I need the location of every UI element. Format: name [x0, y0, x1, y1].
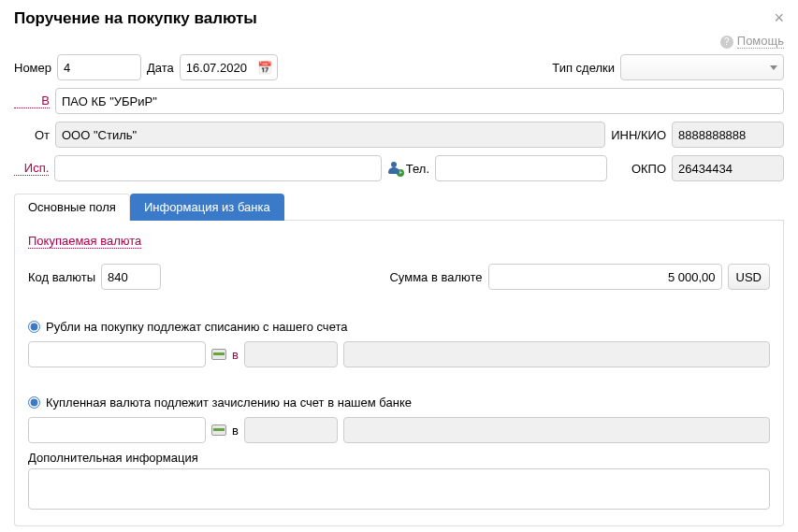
label-bank-to[interactable]: В: [14, 93, 50, 108]
close-icon[interactable]: ×: [774, 9, 784, 26]
input-amount[interactable]: [488, 264, 722, 290]
help-label: Помощь: [737, 34, 784, 49]
input-rub-bank: [343, 341, 770, 367]
input-number[interactable]: [57, 54, 141, 80]
section-currency-title[interactable]: Покупаемая валюта: [28, 234, 141, 249]
radio-credit-input[interactable]: [28, 396, 40, 409]
select-deal-type[interactable]: [620, 54, 784, 80]
label-deal-type: Тип сделки: [552, 61, 615, 75]
label-amount: Сумма в валюте: [389, 270, 482, 284]
help-link[interactable]: ?Помощь: [720, 34, 784, 48]
input-rub-bik: [244, 341, 338, 367]
input-okpo: [672, 155, 784, 181]
label-from: От: [14, 128, 50, 142]
textarea-extra-info[interactable]: [28, 468, 770, 510]
chevron-down-icon: [770, 65, 777, 70]
input-date[interactable]: [180, 54, 278, 80]
label-extra-info: Дополнительная информация: [28, 451, 770, 465]
input-isp[interactable]: [54, 155, 382, 181]
label-v-2: в: [232, 424, 239, 438]
label-currency-code: Код валюты: [28, 270, 95, 284]
label-isp[interactable]: Исп.: [14, 161, 49, 176]
radio-rub-input[interactable]: [28, 321, 40, 333]
input-rub-account-1[interactable]: [28, 341, 206, 367]
card-icon-2[interactable]: [211, 424, 226, 436]
radio-rub-from-account[interactable]: Рубли на покупку подлежат списанию с наш…: [28, 320, 347, 334]
panel-main: Покупаемая валюта Код валюты Сумма в вал…: [14, 221, 784, 526]
input-credit-account-1[interactable]: [28, 417, 206, 443]
label-v-1: в: [232, 348, 239, 362]
add-person-icon[interactable]: +: [387, 162, 400, 175]
input-credit-bank: [343, 417, 770, 443]
input-bank-to[interactable]: [55, 88, 784, 114]
page-title: Поручение на покупку валюты: [14, 9, 257, 28]
label-date: Дата: [147, 61, 174, 75]
help-icon: ?: [720, 36, 733, 49]
currency-badge: USD: [728, 264, 770, 290]
label-tel: Тел.: [406, 162, 429, 176]
label-number: Номер: [14, 61, 51, 75]
card-icon[interactable]: [211, 349, 226, 360]
input-credit-bik: [244, 417, 338, 443]
label-inn-kio: ИНН/КИО: [611, 128, 666, 142]
input-inn-kio: [672, 122, 784, 148]
radio-rub-label: Рубли на покупку подлежат списанию с наш…: [46, 320, 347, 334]
input-from: [55, 122, 605, 148]
label-okpo: ОКПО: [631, 162, 666, 176]
radio-credit-label: Купленная валюта подлежит зачислению на …: [46, 395, 412, 410]
input-tel[interactable]: [435, 155, 607, 181]
tabs: Основные поля Информация из банка: [14, 193, 784, 221]
input-currency-code[interactable]: [101, 264, 161, 290]
tab-main[interactable]: Основные поля: [14, 194, 130, 221]
tab-bank-info[interactable]: Информация из банка: [130, 194, 284, 221]
radio-credit-account[interactable]: Купленная валюта подлежит зачислению на …: [28, 395, 412, 410]
